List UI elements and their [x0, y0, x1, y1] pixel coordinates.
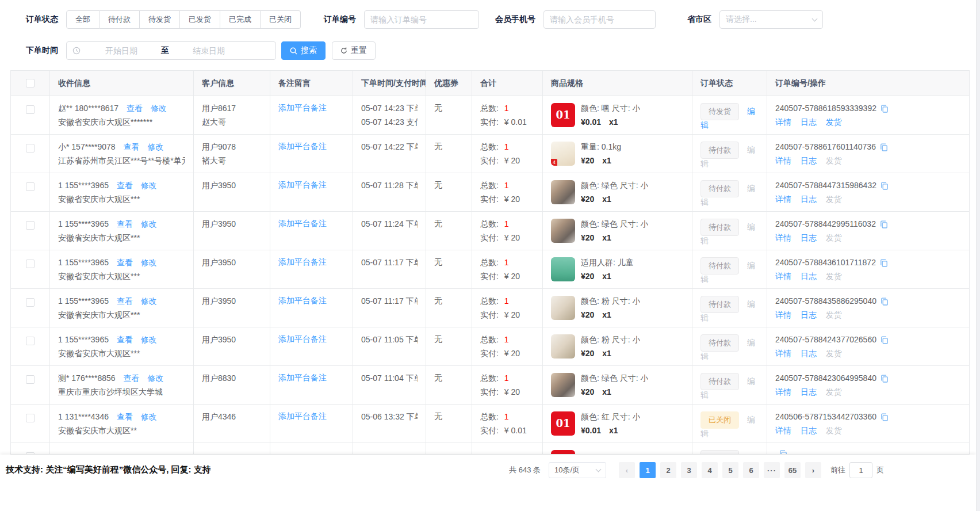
pager-page-1[interactable]: 1	[640, 462, 656, 478]
view-link[interactable]: 查看	[117, 296, 133, 306]
add-remark-link[interactable]: 添加平台备注	[278, 373, 327, 382]
copy-icon[interactable]	[880, 143, 888, 151]
member-phone-input[interactable]	[543, 10, 656, 29]
view-link[interactable]: 查看	[117, 335, 133, 344]
view-link[interactable]: 查看	[117, 412, 133, 421]
add-remark-link[interactable]: 添加平台备注	[278, 296, 327, 305]
modify-link[interactable]: 修改	[151, 104, 167, 113]
ship-link[interactable]: 发货	[826, 117, 842, 127]
modify-link[interactable]: 修改	[141, 296, 157, 306]
add-remark-link[interactable]: 添加平台备注	[278, 180, 327, 189]
log-link[interactable]: 日志	[801, 310, 817, 319]
detail-link[interactable]: 详情	[775, 272, 791, 281]
detail-link[interactable]: 详情	[775, 195, 791, 204]
status-filter-button[interactable]: 已完成	[220, 10, 261, 29]
copy-icon[interactable]	[881, 375, 889, 383]
region-select[interactable]: 请选择...	[719, 10, 823, 29]
pager-page-2[interactable]: 2	[660, 462, 676, 478]
pager-page-4[interactable]: 4	[702, 462, 718, 478]
detail-link[interactable]: 详情	[775, 426, 791, 435]
pager-more[interactable]: ···	[764, 462, 780, 478]
modify-link[interactable]: 修改	[147, 373, 163, 383]
add-remark-link[interactable]: 添加平台备注	[278, 257, 327, 266]
row-checkbox[interactable]	[26, 260, 35, 268]
row-checkbox[interactable]	[26, 298, 35, 307]
ship-link[interactable]: 发货	[826, 349, 842, 358]
copy-icon[interactable]	[881, 336, 889, 344]
modify-link[interactable]: 修改	[147, 142, 163, 151]
search-button[interactable]: 搜索	[281, 41, 326, 60]
log-link[interactable]: 日志	[801, 349, 817, 358]
log-link[interactable]: 日志	[801, 195, 817, 204]
status-filter-button[interactable]: 已关闭	[261, 10, 301, 29]
add-remark-link[interactable]: 添加平台备注	[278, 411, 327, 421]
modify-link[interactable]: 修改	[141, 335, 157, 344]
status-filter-button[interactable]: 已发货	[180, 10, 220, 29]
ship-link[interactable]: 发货	[826, 156, 842, 165]
copy-icon[interactable]	[880, 220, 888, 228]
view-link[interactable]: 查看	[124, 142, 140, 151]
log-link[interactable]: 日志	[801, 426, 817, 435]
ship-link[interactable]: 发货	[826, 310, 842, 319]
view-link[interactable]: 查看	[124, 373, 140, 383]
log-link[interactable]: 日志	[801, 233, 817, 242]
log-link[interactable]: 日志	[801, 387, 817, 396]
order-no-input[interactable]	[364, 10, 479, 29]
reset-button[interactable]: 重置	[332, 41, 376, 60]
copy-icon[interactable]	[881, 413, 889, 421]
add-remark-link[interactable]: 添加平台备注	[278, 103, 327, 112]
copy-icon[interactable]	[881, 298, 889, 306]
pager-page-3[interactable]: 3	[681, 462, 697, 478]
select-all-checkbox[interactable]	[26, 79, 35, 87]
pager-page-5[interactable]: 5	[722, 462, 738, 478]
log-link[interactable]: 日志	[801, 156, 817, 165]
pager-prev-button[interactable]: ‹	[619, 462, 635, 478]
pager-next-button[interactable]: ›	[805, 462, 821, 478]
row-checkbox[interactable]	[26, 414, 35, 422]
ship-link[interactable]: 发货	[826, 195, 842, 204]
page-scrollbar[interactable]	[976, 0, 980, 511]
page-size-select[interactable]: 10条/页	[549, 462, 606, 478]
view-link[interactable]: 查看	[127, 104, 143, 113]
row-checkbox[interactable]	[26, 221, 35, 230]
goto-page-input[interactable]	[849, 462, 872, 478]
view-link[interactable]: 查看	[117, 219, 133, 228]
row-checkbox[interactable]	[26, 144, 35, 152]
log-link[interactable]: 日志	[801, 117, 817, 127]
end-date-input[interactable]	[171, 46, 246, 55]
modify-link[interactable]: 修改	[141, 219, 157, 228]
modify-link[interactable]: 修改	[141, 412, 157, 421]
log-link[interactable]: 日志	[801, 272, 817, 281]
copy-icon[interactable]	[779, 450, 787, 455]
add-remark-link[interactable]: 添加平台备注	[278, 334, 327, 344]
add-remark-link[interactable]: 添加平台备注	[278, 219, 327, 228]
detail-link[interactable]: 详情	[775, 156, 791, 165]
status-filter-button[interactable]: 待发货	[140, 10, 180, 29]
detail-link[interactable]: 详情	[775, 233, 791, 242]
ship-link[interactable]: 发货	[826, 387, 842, 396]
modify-link[interactable]: 修改	[141, 258, 157, 267]
ship-link[interactable]: 发货	[826, 426, 842, 435]
pager-page-6[interactable]: 6	[743, 462, 759, 478]
row-checkbox[interactable]	[26, 375, 35, 384]
detail-link[interactable]: 详情	[775, 310, 791, 319]
start-date-input[interactable]	[84, 46, 159, 55]
row-checkbox[interactable]	[26, 337, 35, 345]
copy-icon[interactable]	[880, 259, 888, 267]
date-range-picker[interactable]: 至	[66, 41, 276, 60]
modify-link[interactable]: 修改	[141, 181, 157, 190]
row-checkbox[interactable]	[26, 182, 35, 191]
ship-link[interactable]: 发货	[826, 272, 842, 281]
ship-link[interactable]: 发货	[826, 233, 842, 242]
view-link[interactable]: 查看	[117, 181, 133, 190]
detail-link[interactable]: 详情	[775, 349, 791, 358]
add-remark-link[interactable]: 添加平台备注	[278, 142, 327, 151]
detail-link[interactable]: 详情	[775, 117, 791, 127]
status-filter-button[interactable]: 待付款	[99, 10, 140, 29]
copy-icon[interactable]	[881, 182, 889, 190]
view-link[interactable]: 查看	[117, 258, 133, 267]
copy-icon[interactable]	[881, 105, 889, 113]
detail-link[interactable]: 详情	[775, 387, 791, 396]
pager-page-65[interactable]: 65	[784, 462, 801, 478]
row-checkbox[interactable]	[26, 105, 35, 114]
